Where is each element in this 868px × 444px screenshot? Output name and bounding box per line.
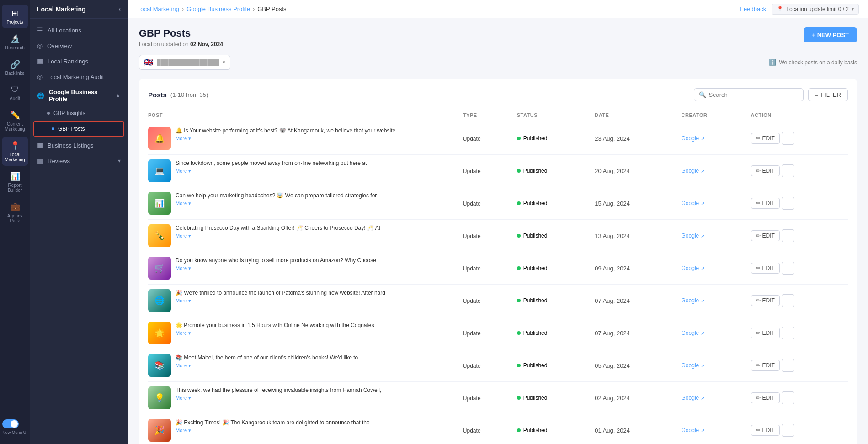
post-more-link[interactable]: More ▾ — [176, 298, 452, 304]
sidebar-item-label: Report Builder — [5, 183, 26, 193]
post-action-cell: ✏ EDIT ⋮ — [746, 285, 848, 317]
location-name: ████████████████ — [157, 59, 219, 66]
location-updated-text: Location updated on 02 Nov, 2024 — [139, 41, 223, 48]
sidebar-item-local-marketing-audit[interactable]: ◎ Local Marketing Audit — [30, 69, 128, 85]
local-marketing-icon: 📍 — [10, 141, 20, 151]
post-type-cell: Update — [458, 349, 511, 382]
post-more-link[interactable]: More ▾ — [176, 136, 452, 142]
post-more-link[interactable]: More ▾ — [176, 363, 452, 369]
post-cell-3: 📊 Can we help your marketing headaches? … — [148, 187, 458, 220]
post-text: 🌟 Promote your business in 1.5 Hours wit… — [176, 322, 452, 336]
type-badge: Update — [463, 363, 481, 369]
location-limit-badge: 📍 Location update limit 0 / 2 ▾ — [772, 4, 859, 15]
col-post: POST — [148, 109, 458, 122]
sidebar-item-report-builder[interactable]: 📊 Report Builder — [2, 168, 28, 196]
new-post-button[interactable]: + NEW POST — [804, 27, 857, 42]
creator-link[interactable]: Google ↗ — [682, 200, 740, 206]
edit-button[interactable]: ✏ EDIT — [751, 392, 780, 403]
overview-icon: ◎ — [37, 42, 43, 49]
chevron-down-icon[interactable]: ▾ — [852, 6, 854, 11]
post-type-cell: Update — [458, 252, 511, 285]
col-creator: CREATOR — [676, 109, 746, 122]
reviews-icon: ▦ — [37, 157, 43, 164]
post-type-cell: Update — [458, 317, 511, 349]
sidebar-item-local-rankings[interactable]: ▦ Local Rankings — [30, 53, 128, 69]
edit-button[interactable]: ✏ EDIT — [751, 425, 780, 436]
gbp-section-header[interactable]: 🌐 Google Business Profile ▲ — [30, 85, 128, 106]
sidebar-item-all-locations[interactable]: ☰ All Locations — [30, 22, 128, 38]
more-options-button[interactable]: ⋮ — [782, 197, 794, 210]
creator-link[interactable]: Google ↗ — [682, 265, 740, 271]
edit-button[interactable]: ✏ EDIT — [751, 295, 780, 306]
audit-icon: 🛡 — [11, 85, 19, 95]
sidebar-item-content-marketing[interactable]: ✏️ Content Marketing — [2, 106, 28, 135]
status-dot — [517, 299, 521, 302]
sidebar-item-overview[interactable]: ◎ Overview — [30, 38, 128, 53]
edit-button[interactable]: ✏ EDIT — [751, 328, 780, 338]
edit-button[interactable]: ✏ EDIT — [751, 198, 780, 209]
sidebar-item-audit[interactable]: 🛡 Audit — [2, 81, 28, 105]
post-more-link[interactable]: More ▾ — [176, 265, 452, 271]
creator-link[interactable]: Google ↗ — [682, 395, 740, 401]
sidebar-item-local-marketing[interactable]: 📍 Local Marketing — [2, 137, 28, 166]
more-options-button[interactable]: ⋮ — [782, 424, 794, 437]
status-label: Published — [523, 330, 548, 336]
status-dot — [517, 428, 521, 432]
sidebar-item-agency-pack[interactable]: 💼 Agency Pack — [2, 198, 28, 227]
sidebar-item-gbp-insights[interactable]: GBP Insights — [30, 106, 128, 120]
breadcrumb-gbp[interactable]: Google Business Profile — [186, 5, 250, 12]
search-input[interactable] — [709, 91, 799, 98]
sidebar-item-backlinks[interactable]: 🔗 Backlinks — [2, 56, 28, 79]
post-type-cell: Update — [458, 187, 511, 220]
more-options-button[interactable]: ⋮ — [782, 132, 794, 145]
chevron-left-icon[interactable]: ‹ — [119, 6, 121, 12]
more-options-button[interactable]: ⋮ — [782, 294, 794, 307]
post-status-cell: Published — [511, 220, 590, 252]
creator-link[interactable]: Google ↗ — [682, 427, 740, 433]
post-thumbnail: 💡 — [148, 386, 171, 409]
edit-button[interactable]: ✏ EDIT — [751, 230, 780, 241]
post-status-cell: Published — [511, 414, 590, 444]
post-more-link[interactable]: More ▾ — [176, 233, 452, 239]
edit-button[interactable]: ✏ EDIT — [751, 165, 780, 176]
creator-link[interactable]: Google ↗ — [682, 330, 740, 336]
status-dot — [517, 266, 521, 270]
creator-link[interactable]: Google ↗ — [682, 297, 740, 304]
more-options-button[interactable]: ⋮ — [782, 164, 794, 177]
post-type-cell: Update — [458, 382, 511, 414]
more-options-button[interactable]: ⋮ — [782, 359, 794, 372]
edit-button[interactable]: ✏ EDIT — [751, 360, 780, 371]
location-select[interactable]: 🇬🇧 ████████████████ ▾ — [139, 55, 230, 70]
edit-button[interactable]: ✏ EDIT — [751, 133, 780, 144]
creator-link[interactable]: Google ↗ — [682, 233, 740, 239]
external-link-icon: ↗ — [701, 169, 704, 174]
sidebar-item-gbp-posts[interactable]: GBP Posts — [34, 122, 123, 136]
post-more-link[interactable]: More ▾ — [176, 428, 452, 433]
external-link-icon: ↗ — [701, 363, 704, 368]
post-more-link[interactable]: More ▾ — [176, 395, 452, 401]
more-options-button[interactable]: ⋮ — [782, 262, 794, 275]
sidebar-item-projects[interactable]: ⊞ Projects — [2, 5, 28, 28]
sidebar-item-research[interactable]: 🔬 Research — [2, 30, 28, 54]
more-options-button[interactable]: ⋮ — [782, 391, 794, 404]
post-text: 🔔 Is Your website performing at it's bes… — [176, 127, 452, 142]
post-more-link[interactable]: More ▾ — [176, 201, 452, 206]
creator-link[interactable]: Google ↗ — [682, 168, 740, 174]
post-creator-cell: Google ↗ — [676, 122, 746, 155]
sidebar-item-reviews[interactable]: ▦ Reviews ▾ — [30, 153, 128, 169]
post-description: This week, we had the pleasure of receiv… — [176, 386, 452, 394]
more-options-button[interactable]: ⋮ — [782, 229, 794, 242]
breadcrumb-local-marketing[interactable]: Local Marketing — [137, 5, 179, 12]
post-more-link[interactable]: More ▾ — [176, 330, 452, 336]
new-menu-toggle[interactable] — [2, 419, 19, 428]
more-options-button[interactable]: ⋮ — [782, 327, 794, 339]
sidebar-item-business-listings[interactable]: ▦ Business Listings — [30, 137, 128, 153]
creator-link[interactable]: Google ↗ — [682, 135, 740, 142]
filter-button[interactable]: ≡ FILTER — [808, 88, 848, 101]
edit-button[interactable]: ✏ EDIT — [751, 263, 780, 274]
post-status-cell: Published — [511, 382, 590, 414]
post-more-link[interactable]: More ▾ — [176, 168, 452, 174]
feedback-button[interactable]: Feedback — [740, 5, 766, 12]
posts-tbody: 🔔 🔔 Is Your website performing at it's b… — [148, 122, 848, 444]
creator-link[interactable]: Google ↗ — [682, 362, 740, 369]
